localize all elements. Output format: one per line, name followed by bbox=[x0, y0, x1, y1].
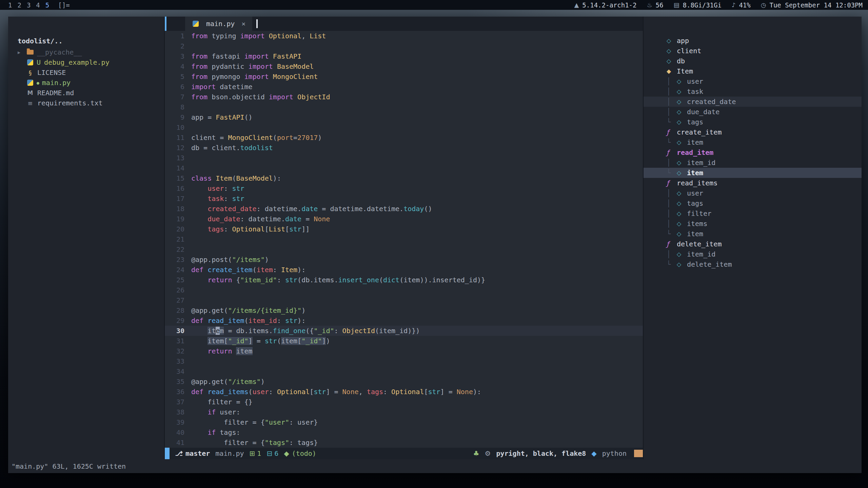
code-line-14[interactable]: 14 bbox=[165, 163, 643, 173]
code-line-26[interactable]: 26 bbox=[165, 285, 643, 295]
code-line-20[interactable]: 20 tags: Optional[List[str]] bbox=[165, 224, 643, 234]
tag-label: create_item bbox=[677, 128, 722, 136]
code-line-29[interactable]: 29def read_item(item_id: str): bbox=[165, 316, 643, 326]
code-line-3[interactable]: 3from fastapi import FastAPI bbox=[165, 51, 643, 61]
tag-item-Item[interactable]: ◆Item bbox=[644, 66, 862, 76]
tag-item-due_date[interactable]: │◇due_date bbox=[644, 107, 862, 117]
code-line-40[interactable]: 40 if tags: bbox=[165, 427, 643, 438]
code-line-9[interactable]: 9app = FastAPI() bbox=[165, 112, 643, 122]
line-number: 23 bbox=[165, 255, 191, 265]
code-text bbox=[191, 234, 643, 244]
tree-item-debug_example.py[interactable]: Udebug_example.py bbox=[8, 57, 164, 67]
code-line-28[interactable]: 28@app.get("/items/{item_id}") bbox=[165, 305, 643, 316]
line-number: 15 bbox=[165, 173, 191, 183]
tree-item-__pycache__[interactable]: ▸__pycache__ bbox=[8, 47, 164, 57]
tag-item-item_id[interactable]: │◇item_id bbox=[644, 158, 862, 168]
code-line-27[interactable]: 27 bbox=[165, 295, 643, 305]
tree-item-README.md[interactable]: MREADME.md bbox=[8, 88, 164, 98]
tag-item-app[interactable]: ◇app bbox=[644, 36, 862, 46]
tag-item-read_item[interactable]: ƒread_item bbox=[644, 147, 862, 158]
tag-item-delete_item[interactable]: └◇delete_item bbox=[644, 259, 862, 269]
code-line-12[interactable]: 12db = client.todolist bbox=[165, 143, 643, 153]
code-text: def read_item(item_id: str): bbox=[191, 316, 643, 326]
tree-item-main.py[interactable]: ●main.py bbox=[8, 78, 164, 88]
tag-label: filter bbox=[687, 209, 711, 218]
code-line-32[interactable]: 32 return item bbox=[165, 346, 643, 356]
tag-item-client[interactable]: ◇client bbox=[644, 46, 862, 56]
code-line-4[interactable]: 4from pydantic import BaseModel bbox=[165, 61, 643, 72]
code-line-31[interactable]: 31 item["_id"] = str(item["_id"]) bbox=[165, 336, 643, 346]
code-line-30[interactable]: 30 item = db.items.find_one({"_id": Obje… bbox=[165, 326, 643, 336]
workspace-button-3[interactable]: 3 bbox=[24, 1, 33, 9]
tag-item-tags[interactable]: └◇tags bbox=[644, 117, 862, 127]
code-text: return item bbox=[191, 346, 643, 356]
code-line-33[interactable]: 33 bbox=[165, 356, 643, 366]
code-line-39[interactable]: 39 filter = {"user": user} bbox=[165, 417, 643, 427]
tag-item-create_item[interactable]: ƒcreate_item bbox=[644, 127, 862, 137]
code-line-5[interactable]: 5from pymongo import MongoClient bbox=[165, 72, 643, 82]
tree-connector: └ bbox=[667, 118, 677, 126]
var-icon: ◇ bbox=[677, 230, 687, 237]
tag-item-user[interactable]: │◇user bbox=[644, 188, 862, 198]
code-line-22[interactable]: 22 bbox=[165, 244, 643, 255]
code-line-41[interactable]: 41 filter = {"tags": tags} bbox=[165, 438, 643, 448]
tag-item-item[interactable]: └◇item bbox=[644, 168, 862, 178]
code-line-1[interactable]: 1from typing import Optional, List bbox=[165, 31, 643, 41]
line-number: 20 bbox=[165, 224, 191, 234]
code-line-18[interactable]: 18 created_date: datetime.date = datetim… bbox=[165, 204, 643, 214]
scroll-progress-block bbox=[634, 450, 643, 457]
tag-item-user[interactable]: │◇user bbox=[644, 76, 862, 86]
line-number: 21 bbox=[165, 234, 191, 244]
code-line-38[interactable]: 38 if user: bbox=[165, 407, 643, 417]
code-line-37[interactable]: 37 filter = {} bbox=[165, 397, 643, 407]
tree-connector: │ bbox=[667, 199, 677, 207]
code-line-16[interactable]: 16 user: str bbox=[165, 183, 643, 194]
tag-item-created_date[interactable]: │◇created_date bbox=[644, 97, 862, 107]
code-text: filter = {"user": user} bbox=[191, 417, 643, 427]
tree-item-requirements.txt[interactable]: ≡requirements.txt bbox=[8, 98, 164, 108]
code-line-11[interactable]: 11client = MongoClient(port=27017) bbox=[165, 133, 643, 143]
code-line-10[interactable]: 10 bbox=[165, 122, 643, 133]
code-text: if user: bbox=[191, 407, 643, 417]
tag-item-task[interactable]: │◇task bbox=[644, 86, 862, 97]
line-number: 30 bbox=[165, 326, 191, 336]
tag-item-item[interactable]: └◇item bbox=[644, 229, 862, 239]
code-line-23[interactable]: 23@app.post("/items") bbox=[165, 255, 643, 265]
code-line-24[interactable]: 24def create_item(item: Item): bbox=[165, 265, 643, 275]
tag-item-item_id[interactable]: │◇item_id bbox=[644, 249, 862, 259]
tree-root[interactable]: todolist/.. bbox=[8, 35, 164, 47]
close-icon[interactable]: × bbox=[241, 20, 245, 28]
tag-item-item[interactable]: └◇item bbox=[644, 137, 862, 147]
tag-item-filter[interactable]: │◇filter bbox=[644, 208, 862, 219]
markdown-icon: M bbox=[26, 89, 34, 96]
code-line-21[interactable]: 21 bbox=[165, 234, 643, 244]
code-line-36[interactable]: 36def read_items(user: Optional[str] = N… bbox=[165, 387, 643, 397]
code-line-15[interactable]: 15class Item(BaseModel): bbox=[165, 173, 643, 183]
code-editor[interactable]: 1from typing import Optional, List23from… bbox=[165, 31, 643, 448]
workspace-button-1[interactable]: 1 bbox=[5, 1, 15, 9]
code-line-6[interactable]: 6import datetime bbox=[165, 82, 643, 92]
bar-module-text: 8.8Gi/31Gi bbox=[683, 1, 722, 9]
code-line-25[interactable]: 25 return {"item_id": str(db.items.inser… bbox=[165, 275, 643, 285]
code-line-8[interactable]: 8 bbox=[165, 102, 643, 112]
tag-item-db[interactable]: ◇db bbox=[644, 56, 862, 66]
tag-label: item bbox=[687, 169, 703, 177]
code-line-35[interactable]: 35@app.get("/items") bbox=[165, 377, 643, 387]
workspace-button-5[interactable]: 5 bbox=[43, 1, 52, 9]
tree-item-LICENSE[interactable]: §LICENSE bbox=[8, 67, 164, 78]
tab-label: main.py bbox=[206, 20, 235, 28]
workspace-button-4[interactable]: 4 bbox=[33, 1, 42, 9]
tab-main-py[interactable]: main.py × bbox=[185, 17, 252, 31]
code-line-2[interactable]: 2 bbox=[165, 41, 643, 51]
code-line-7[interactable]: 7from bson.objectid import ObjectId bbox=[165, 92, 643, 102]
code-line-34[interactable]: 34 bbox=[165, 366, 643, 377]
tag-item-delete_item[interactable]: ƒdelete_item bbox=[644, 239, 862, 249]
code-line-17[interactable]: 17 task: str bbox=[165, 194, 643, 204]
tag-item-read_items[interactable]: ƒread_items bbox=[644, 178, 862, 188]
code-line-13[interactable]: 13 bbox=[165, 153, 643, 163]
tag-item-tags[interactable]: │◇tags bbox=[644, 198, 862, 208]
workspace-button-2[interactable]: 2 bbox=[15, 1, 24, 9]
tag-item-items[interactable]: │◇items bbox=[644, 219, 862, 229]
line-number: 19 bbox=[165, 214, 191, 224]
code-line-19[interactable]: 19 due_date: datetime.date = None bbox=[165, 214, 643, 224]
